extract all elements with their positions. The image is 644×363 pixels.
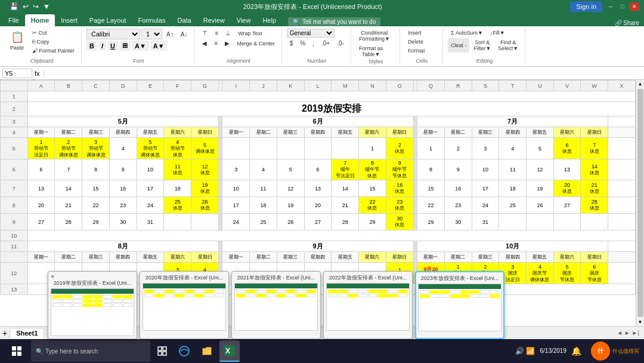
- jun-r6-1[interactable]: 3: [222, 159, 250, 180]
- oct-r1-5[interactable]: 4国庆节调休体息: [527, 263, 554, 284]
- preview-2023[interactable]: 2023年放假安排表 - Excel (Uni...: [415, 271, 504, 339]
- format-painter-btn[interactable]: 🖌 Format Painter: [29, 47, 78, 55]
- undo-btn[interactable]: ↩: [21, 2, 30, 11]
- jun-r7-5[interactable]: 14: [332, 180, 359, 197]
- may-r6-7[interactable]: 12休息: [191, 159, 219, 180]
- tab-insert[interactable]: Insert: [55, 14, 83, 26]
- jun-r7-1[interactable]: 10: [222, 180, 250, 197]
- italic-btn[interactable]: I: [98, 41, 106, 51]
- month-july[interactable]: 7月: [417, 116, 608, 127]
- font-name-select[interactable]: Calibri: [86, 29, 140, 39]
- jul-r9-3[interactable]: 31: [472, 214, 499, 230]
- align-middle-btn[interactable]: ≡: [212, 29, 221, 38]
- search-ribbon[interactable]: 🔍 Tell me what you want to do: [288, 17, 380, 26]
- may-r6-3[interactable]: 8: [82, 159, 110, 180]
- formula-input[interactable]: [48, 70, 642, 77]
- increase-font-btn[interactable]: A↑: [163, 29, 177, 39]
- name-box[interactable]: [2, 69, 32, 78]
- align-center-btn[interactable]: ≡: [211, 39, 221, 48]
- jul-r7-1[interactable]: 15: [417, 180, 445, 197]
- dec-decimal-btn[interactable]: .0-: [334, 39, 347, 48]
- jun-r6-2[interactable]: 4: [250, 159, 277, 180]
- scroll-up-btn[interactable]: ▲: [637, 80, 644, 88]
- jun-r6-7[interactable]: 9端午节节休息: [386, 159, 413, 180]
- comma-btn[interactable]: ,: [309, 39, 317, 48]
- jul-r8-3[interactable]: 24: [472, 197, 499, 214]
- copy-btn[interactable]: ⎘ Copy: [29, 38, 78, 46]
- decrease-font-btn[interactable]: A↓: [178, 29, 191, 39]
- may-r7-6[interactable]: 18: [164, 180, 191, 197]
- add-sheet-btn[interactable]: +: [2, 328, 7, 338]
- font-color-btn[interactable]: A▼: [150, 41, 168, 51]
- format-table-btn[interactable]: Format asTable▼: [356, 44, 393, 59]
- may-r9-2[interactable]: 28: [55, 214, 82, 230]
- may-r7-3[interactable]: 15: [82, 180, 110, 197]
- may-1[interactable]: 1劳动节法定日: [27, 138, 55, 159]
- jul-5[interactable]: 5: [527, 138, 554, 159]
- may-r8-3[interactable]: 22: [82, 197, 110, 214]
- tab-home[interactable]: Home: [25, 14, 55, 26]
- jul-r7-6[interactable]: 20休息: [553, 180, 581, 197]
- scroll-down-btn[interactable]: ▼: [637, 318, 644, 326]
- sheet-tab-1[interactable]: Sheet1: [10, 328, 44, 338]
- jun-r9-5[interactable]: 28: [332, 214, 359, 230]
- jul-r8-4[interactable]: 25: [499, 197, 527, 214]
- may-3[interactable]: 3劳动节调休体息: [82, 138, 110, 159]
- align-left-btn[interactable]: ◀: [199, 39, 210, 48]
- notification-btn[interactable]: 🔔: [571, 346, 581, 356]
- jun-r9-2[interactable]: 25: [250, 214, 277, 230]
- jun-6[interactable]: 1: [359, 138, 386, 159]
- tab-pagelayout[interactable]: Page Layout: [83, 14, 132, 26]
- clear-btn[interactable]: Cleat -: [448, 38, 470, 53]
- jul-r6-1[interactable]: 8: [417, 159, 445, 180]
- jun-r7-7[interactable]: 16休息: [386, 180, 413, 197]
- may-sa1[interactable]: 4劳动节休息: [164, 138, 191, 159]
- oct-r1-6[interactable]: 5国庆节休息: [553, 263, 581, 284]
- jul-r7-7[interactable]: 21休息: [581, 180, 608, 197]
- title-cell[interactable]: 2019放假安排: [27, 102, 635, 116]
- find-select-btn[interactable]: Find &Select▼: [495, 38, 521, 53]
- jun-r7-3[interactable]: 12: [277, 180, 304, 197]
- taskview-btn[interactable]: [153, 340, 172, 362]
- file-explorer-btn[interactable]: [197, 340, 217, 362]
- may-5[interactable]: 5劳动节调休体息: [137, 138, 164, 159]
- may-su1[interactable]: 5调休体息: [191, 138, 219, 159]
- inc-decimal-btn[interactable]: .0+: [318, 39, 333, 48]
- may-2[interactable]: 2劳动节调休体息: [55, 138, 82, 159]
- save-quick-btn[interactable]: 💾: [8, 2, 20, 11]
- jun-r8-3[interactable]: 19: [277, 197, 304, 214]
- align-bottom-btn[interactable]: ⊥: [222, 29, 234, 38]
- jun-r7-4[interactable]: 13: [304, 180, 332, 197]
- signin-button[interactable]: Sign in: [570, 1, 602, 12]
- bold-btn[interactable]: B: [86, 41, 97, 51]
- may-r8-2[interactable]: 21: [55, 197, 82, 214]
- may-r6-2[interactable]: 7: [55, 159, 82, 180]
- jun-r8-1[interactable]: 17: [222, 197, 250, 214]
- cut-btn[interactable]: ✂ Cut: [29, 29, 78, 37]
- may-r8-6[interactable]: 25休息: [164, 197, 191, 214]
- delete-cells-btn[interactable]: Delete: [405, 38, 428, 46]
- may-r6-4[interactable]: 9: [109, 159, 137, 180]
- jun-5[interactable]: [332, 138, 359, 159]
- jul-2[interactable]: 2: [444, 138, 472, 159]
- tab-help[interactable]: Help: [256, 14, 282, 26]
- month-june[interactable]: 6月: [222, 116, 413, 127]
- vertical-scrollbar[interactable]: ▲ ▼: [636, 80, 644, 326]
- jun-r6-4[interactable]: 6: [304, 159, 332, 180]
- preview-2021[interactable]: 2021年放假安排表 - Excel (Uni...: [231, 271, 321, 339]
- jul-r7-3[interactable]: 17: [472, 180, 499, 197]
- jul-r9-5[interactable]: [527, 214, 554, 230]
- jul-r9-1[interactable]: 29: [417, 214, 445, 230]
- jul-r8-2[interactable]: 23: [444, 197, 472, 214]
- edge-btn[interactable]: [174, 340, 194, 362]
- share-btn[interactable]: 🔗 Share: [615, 20, 639, 26]
- search-taskbar[interactable]: 🔍 Type here to search: [31, 340, 150, 362]
- jun-r9-7[interactable]: 30休息: [386, 214, 413, 230]
- jul-r6-3[interactable]: 10: [472, 159, 499, 180]
- month-may[interactable]: 5月: [27, 116, 218, 127]
- insert-cells-btn[interactable]: Insert: [405, 29, 428, 37]
- jul-1[interactable]: 1: [417, 138, 445, 159]
- maximize-btn[interactable]: □: [618, 2, 627, 11]
- format-cells-btn[interactable]: Format: [405, 47, 428, 55]
- jul-r8-1[interactable]: 22: [417, 197, 445, 214]
